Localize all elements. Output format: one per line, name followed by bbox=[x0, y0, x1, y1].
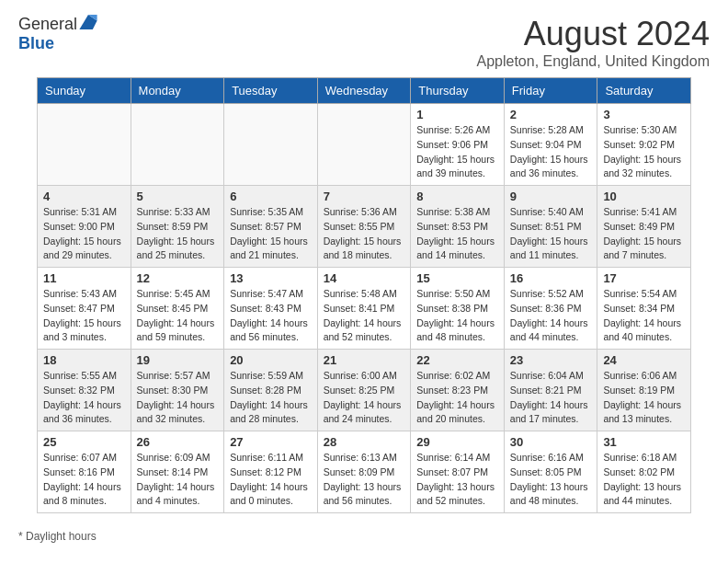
day-info: Sunrise: 6:06 AM Sunset: 8:19 PM Dayligh… bbox=[603, 369, 685, 427]
day-info: Sunrise: 5:52 AM Sunset: 8:36 PM Dayligh… bbox=[510, 287, 592, 345]
day-info: Sunrise: 5:33 AM Sunset: 8:59 PM Dayligh… bbox=[137, 205, 219, 263]
logo-general-text: General bbox=[18, 15, 77, 34]
day-number: 6 bbox=[230, 190, 312, 203]
calendar-header: Sunday Monday Tuesday Wednesday Thursday… bbox=[38, 78, 691, 104]
table-row: 30Sunrise: 6:16 AM Sunset: 8:05 PM Dayli… bbox=[504, 431, 597, 513]
day-number: 8 bbox=[416, 190, 498, 203]
day-info: Sunrise: 6:18 AM Sunset: 8:02 PM Dayligh… bbox=[603, 451, 685, 509]
logo-icon bbox=[79, 15, 97, 29]
table-row: 7Sunrise: 5:36 AM Sunset: 8:55 PM Daylig… bbox=[317, 186, 411, 268]
day-info: Sunrise: 5:41 AM Sunset: 8:49 PM Dayligh… bbox=[603, 205, 685, 263]
day-info: Sunrise: 6:09 AM Sunset: 8:14 PM Dayligh… bbox=[137, 451, 219, 509]
day-info: Sunrise: 5:48 AM Sunset: 8:41 PM Dayligh… bbox=[324, 287, 405, 345]
table-row: 12Sunrise: 5:45 AM Sunset: 8:45 PM Dayli… bbox=[131, 268, 224, 350]
table-row bbox=[224, 104, 318, 186]
table-row: 31Sunrise: 6:18 AM Sunset: 8:02 PM Dayli… bbox=[597, 431, 691, 513]
legend: * Daylight hours bbox=[0, 523, 728, 550]
day-info: Sunrise: 6:14 AM Sunset: 8:07 PM Dayligh… bbox=[416, 451, 498, 509]
calendar-body: 1Sunrise: 5:26 AM Sunset: 9:06 PM Daylig… bbox=[38, 104, 691, 513]
day-info: Sunrise: 5:31 AM Sunset: 9:00 PM Dayligh… bbox=[43, 205, 125, 263]
day-info: Sunrise: 5:30 AM Sunset: 9:02 PM Dayligh… bbox=[603, 123, 685, 181]
table-row: 1Sunrise: 5:26 AM Sunset: 9:06 PM Daylig… bbox=[411, 104, 505, 186]
location: Appleton, England, United Kingdom bbox=[476, 53, 710, 70]
day-number: 14 bbox=[324, 271, 405, 285]
table-row: 21Sunrise: 6:00 AM Sunset: 8:25 PM Dayli… bbox=[317, 350, 411, 431]
day-info: Sunrise: 5:28 AM Sunset: 9:04 PM Dayligh… bbox=[510, 123, 592, 181]
month-title: August 2024 bbox=[476, 15, 710, 53]
col-friday: Friday bbox=[504, 78, 597, 104]
day-number: 30 bbox=[510, 435, 592, 449]
day-info: Sunrise: 5:26 AM Sunset: 9:06 PM Dayligh… bbox=[416, 123, 498, 181]
day-number: 2 bbox=[510, 108, 592, 121]
day-info: Sunrise: 5:40 AM Sunset: 8:51 PM Dayligh… bbox=[510, 205, 592, 263]
table-row: 25Sunrise: 6:07 AM Sunset: 8:16 PM Dayli… bbox=[38, 431, 131, 513]
col-monday: Monday bbox=[131, 78, 224, 104]
col-saturday: Saturday bbox=[597, 78, 691, 104]
table-row: 8Sunrise: 5:38 AM Sunset: 8:53 PM Daylig… bbox=[411, 186, 505, 268]
day-info: Sunrise: 5:57 AM Sunset: 8:30 PM Dayligh… bbox=[137, 369, 219, 427]
table-row: 24Sunrise: 6:06 AM Sunset: 8:19 PM Dayli… bbox=[597, 350, 691, 431]
day-number: 28 bbox=[324, 435, 405, 449]
day-number: 11 bbox=[43, 271, 125, 285]
table-row: 5Sunrise: 5:33 AM Sunset: 8:59 PM Daylig… bbox=[131, 186, 224, 268]
calendar-row: 4Sunrise: 5:31 AM Sunset: 9:00 PM Daylig… bbox=[38, 186, 691, 268]
table-row: 4Sunrise: 5:31 AM Sunset: 9:00 PM Daylig… bbox=[38, 186, 131, 268]
table-row: 14Sunrise: 5:48 AM Sunset: 8:41 PM Dayli… bbox=[317, 268, 411, 350]
table-row: 18Sunrise: 5:55 AM Sunset: 8:32 PM Dayli… bbox=[38, 350, 131, 431]
calendar-row: 25Sunrise: 6:07 AM Sunset: 8:16 PM Dayli… bbox=[38, 431, 691, 513]
day-number: 9 bbox=[510, 190, 592, 203]
table-row: 3Sunrise: 5:30 AM Sunset: 9:02 PM Daylig… bbox=[597, 104, 691, 186]
table-row: 20Sunrise: 5:59 AM Sunset: 8:28 PM Dayli… bbox=[224, 350, 318, 431]
calendar-row: 11Sunrise: 5:43 AM Sunset: 8:47 PM Dayli… bbox=[38, 268, 691, 350]
day-number: 12 bbox=[137, 271, 219, 285]
day-info: Sunrise: 6:16 AM Sunset: 8:05 PM Dayligh… bbox=[510, 451, 592, 509]
day-info: Sunrise: 5:38 AM Sunset: 8:53 PM Dayligh… bbox=[416, 205, 498, 263]
day-info: Sunrise: 5:45 AM Sunset: 8:45 PM Dayligh… bbox=[137, 287, 219, 345]
logo-blue-text: Blue bbox=[18, 34, 54, 52]
day-number: 25 bbox=[43, 435, 125, 449]
day-info: Sunrise: 6:04 AM Sunset: 8:21 PM Dayligh… bbox=[510, 369, 592, 427]
table-row: 11Sunrise: 5:43 AM Sunset: 8:47 PM Dayli… bbox=[38, 268, 131, 350]
table-row: 29Sunrise: 6:14 AM Sunset: 8:07 PM Dayli… bbox=[411, 431, 505, 513]
day-number: 18 bbox=[43, 353, 125, 367]
day-info: Sunrise: 5:59 AM Sunset: 8:28 PM Dayligh… bbox=[230, 369, 312, 427]
table-row: 23Sunrise: 6:04 AM Sunset: 8:21 PM Dayli… bbox=[504, 350, 597, 431]
day-info: Sunrise: 6:00 AM Sunset: 8:25 PM Dayligh… bbox=[324, 369, 405, 427]
legend-text: * Daylight hours bbox=[18, 530, 97, 543]
page-header: General Blue August 2024 Appleton, Engla… bbox=[0, 0, 728, 77]
table-row: 2Sunrise: 5:28 AM Sunset: 9:04 PM Daylig… bbox=[504, 104, 597, 186]
table-row: 15Sunrise: 5:50 AM Sunset: 8:38 PM Dayli… bbox=[411, 268, 505, 350]
day-number: 3 bbox=[603, 108, 685, 121]
day-number: 27 bbox=[230, 435, 312, 449]
day-number: 7 bbox=[324, 190, 405, 203]
day-info: Sunrise: 6:07 AM Sunset: 8:16 PM Dayligh… bbox=[43, 451, 125, 509]
day-info: Sunrise: 5:47 AM Sunset: 8:43 PM Dayligh… bbox=[230, 287, 312, 345]
day-number: 29 bbox=[416, 435, 498, 449]
day-number: 13 bbox=[230, 271, 312, 285]
day-number: 16 bbox=[510, 271, 592, 285]
day-info: Sunrise: 5:35 AM Sunset: 8:57 PM Dayligh… bbox=[230, 205, 312, 263]
day-number: 20 bbox=[230, 353, 312, 367]
table-row: 9Sunrise: 5:40 AM Sunset: 8:51 PM Daylig… bbox=[504, 186, 597, 268]
day-info: Sunrise: 5:54 AM Sunset: 8:34 PM Dayligh… bbox=[603, 287, 685, 345]
day-number: 26 bbox=[137, 435, 219, 449]
day-number: 15 bbox=[416, 271, 498, 285]
table-row bbox=[131, 104, 224, 186]
table-row: 28Sunrise: 6:13 AM Sunset: 8:09 PM Dayli… bbox=[317, 431, 411, 513]
day-info: Sunrise: 5:55 AM Sunset: 8:32 PM Dayligh… bbox=[43, 369, 125, 427]
calendar-row: 1Sunrise: 5:26 AM Sunset: 9:06 PM Daylig… bbox=[38, 104, 691, 186]
table-row: 26Sunrise: 6:09 AM Sunset: 8:14 PM Dayli… bbox=[131, 431, 224, 513]
table-row: 13Sunrise: 5:47 AM Sunset: 8:43 PM Dayli… bbox=[224, 268, 318, 350]
day-number: 19 bbox=[137, 353, 219, 367]
day-number: 10 bbox=[603, 190, 685, 203]
header-row: Sunday Monday Tuesday Wednesday Thursday… bbox=[38, 78, 691, 104]
col-tuesday: Tuesday bbox=[224, 78, 318, 104]
table-row: 16Sunrise: 5:52 AM Sunset: 8:36 PM Dayli… bbox=[504, 268, 597, 350]
day-info: Sunrise: 5:36 AM Sunset: 8:55 PM Dayligh… bbox=[324, 205, 405, 263]
day-info: Sunrise: 5:43 AM Sunset: 8:47 PM Dayligh… bbox=[43, 287, 125, 345]
title-block: August 2024 Appleton, England, United Ki… bbox=[476, 15, 710, 70]
day-info: Sunrise: 6:11 AM Sunset: 8:12 PM Dayligh… bbox=[230, 451, 312, 509]
table-row: 19Sunrise: 5:57 AM Sunset: 8:30 PM Dayli… bbox=[131, 350, 224, 431]
col-sunday: Sunday bbox=[38, 78, 131, 104]
day-number: 23 bbox=[510, 353, 592, 367]
